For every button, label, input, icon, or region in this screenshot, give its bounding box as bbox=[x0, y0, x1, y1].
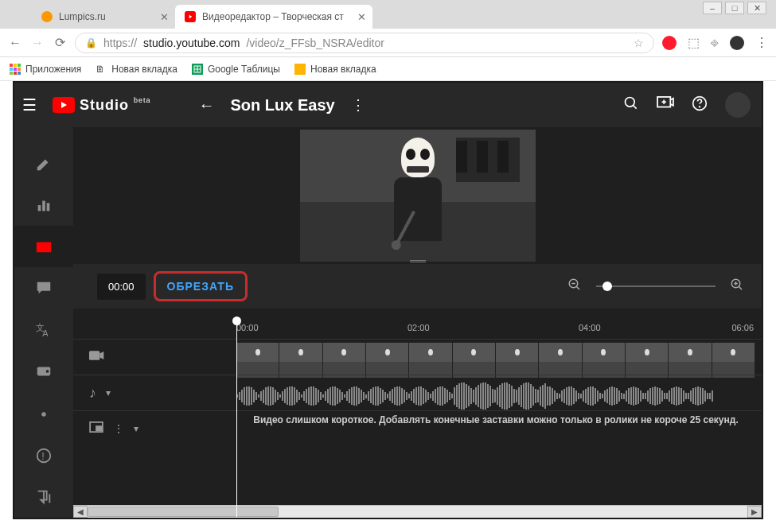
bookmark-label: Новая вкладка bbox=[111, 64, 177, 75]
zoom-in-icon[interactable] bbox=[730, 278, 744, 295]
video-frame[interactable] bbox=[300, 130, 536, 262]
lock-icon: 🔒 bbox=[85, 37, 97, 49]
search-icon[interactable] bbox=[623, 95, 639, 115]
endscreen-icon bbox=[89, 421, 103, 436]
ruler-tick: 04:00 bbox=[579, 323, 601, 332]
create-icon[interactable] bbox=[657, 96, 674, 115]
url-host: studio.youtube.com bbox=[143, 37, 240, 49]
hamburger-icon[interactable]: ☰ bbox=[22, 95, 37, 115]
svg-point-21 bbox=[700, 106, 700, 107]
scroll-right-icon[interactable]: ▶ bbox=[747, 506, 762, 518]
time-ruler[interactable]: 00:00 02:00 04:00 06:06 bbox=[73, 309, 762, 339]
tab-label: Lumpics.ru bbox=[59, 11, 106, 22]
more-icon[interactable]: ⋮ bbox=[113, 422, 124, 435]
audio-waveform[interactable] bbox=[236, 379, 755, 414]
svg-rect-8 bbox=[14, 72, 17, 75]
svg-point-28 bbox=[46, 370, 49, 373]
close-icon[interactable]: ✕ bbox=[357, 11, 366, 23]
music-icon: ♪ bbox=[89, 385, 96, 402]
playhead[interactable] bbox=[236, 316, 237, 518]
tab-youtube-studio[interactable]: Видеоредактор – Творческая ст ✕ bbox=[175, 5, 372, 29]
zoom-thumb[interactable] bbox=[602, 282, 612, 291]
ext-icon[interactable]: ⎆ bbox=[711, 36, 719, 50]
back-button[interactable]: ← bbox=[8, 36, 22, 50]
chevron-down-icon[interactable]: ▾ bbox=[134, 423, 138, 434]
bookmark-item[interactable]: Google Таблицы bbox=[192, 64, 280, 75]
bookmark-label: Google Таблицы bbox=[208, 64, 280, 75]
ruler-tick: 00:00 bbox=[236, 323, 259, 332]
svg-rect-7 bbox=[10, 72, 13, 75]
trim-button[interactable]: ОБРЕЗАТЬ bbox=[154, 271, 248, 301]
svg-line-36 bbox=[739, 286, 742, 289]
profile-avatar[interactable] bbox=[730, 36, 744, 50]
back-button[interactable]: ← bbox=[199, 96, 215, 115]
svg-text:!: ! bbox=[41, 450, 45, 462]
horizontal-scrollbar[interactable]: ◀ ▶ bbox=[73, 505, 762, 518]
opera-ext-icon[interactable] bbox=[662, 36, 677, 50]
window-maximize[interactable]: □ bbox=[725, 2, 744, 14]
svg-rect-24 bbox=[47, 203, 50, 211]
menu-icon[interactable]: ⋮ bbox=[755, 35, 768, 50]
page-title: Son Lux Easy bbox=[231, 96, 335, 115]
sidebar-item-alerts[interactable]: ! bbox=[14, 435, 73, 476]
tab-lumpics[interactable]: Lumpics.ru ✕ bbox=[32, 5, 175, 29]
sidebar-item-translate[interactable]: 文A bbox=[14, 309, 73, 350]
sidebar-item-settings[interactable] bbox=[14, 394, 73, 435]
youtube-studio-app: ☰ Studio beta ← Son Lux Easy ⋮ bbox=[13, 81, 763, 519]
sidebar-item-analytics[interactable] bbox=[14, 184, 73, 226]
forward-button[interactable]: → bbox=[30, 36, 45, 50]
svg-rect-39 bbox=[89, 351, 99, 360]
svg-point-15 bbox=[626, 97, 635, 107]
address-bar[interactable]: 🔒 https:// studio.youtube.com /video/z_F… bbox=[75, 33, 654, 53]
svg-text:A: A bbox=[42, 328, 49, 338]
brand-suffix: beta bbox=[134, 96, 151, 104]
chevron-down-icon[interactable]: ▾ bbox=[106, 387, 111, 398]
sidebar-item-editor[interactable] bbox=[14, 226, 73, 267]
sidebar-item-monetize[interactable] bbox=[14, 350, 73, 391]
bookmark-item[interactable]: 🗎 Новая вкладка bbox=[96, 64, 177, 75]
svg-rect-5 bbox=[14, 68, 17, 71]
camera-icon bbox=[89, 349, 105, 365]
scroll-left-icon[interactable]: ◀ bbox=[73, 506, 88, 518]
ext-icon bbox=[294, 64, 306, 75]
svg-rect-41 bbox=[96, 426, 101, 430]
endscreen-warning: Видео слишком короткое. Добавлять конечн… bbox=[236, 414, 755, 425]
more-icon[interactable]: ⋮ bbox=[351, 96, 365, 114]
ext-icon[interactable]: ⬚ bbox=[688, 35, 700, 50]
time-input[interactable]: 00:00 bbox=[97, 274, 146, 300]
resize-handle-icon[interactable] bbox=[410, 260, 426, 262]
apps-icon bbox=[10, 64, 21, 75]
video-clip[interactable] bbox=[236, 343, 755, 378]
zoom-out-icon[interactable] bbox=[567, 278, 582, 295]
ruler-tick: 06:06 bbox=[731, 323, 754, 332]
close-icon[interactable]: ✕ bbox=[160, 11, 169, 23]
url-path: /video/z_FFsb_NSRA/editor bbox=[246, 37, 384, 49]
reload-button[interactable]: ⟳ bbox=[53, 35, 67, 50]
svg-rect-4 bbox=[10, 68, 13, 71]
window-minimize[interactable]: – bbox=[703, 2, 722, 14]
svg-rect-2 bbox=[14, 64, 17, 67]
svg-rect-3 bbox=[18, 64, 21, 67]
svg-rect-23 bbox=[42, 201, 45, 212]
tab-label: Видеоредактор – Творческая ст bbox=[202, 11, 344, 22]
app-header: ☰ Studio beta ← Son Lux Easy ⋮ bbox=[14, 83, 762, 127]
sidebar-item-pencil[interactable] bbox=[14, 143, 73, 184]
window-close[interactable]: ✕ bbox=[747, 2, 766, 14]
star-icon[interactable]: ☆ bbox=[634, 37, 644, 49]
brand-label: Studio bbox=[80, 97, 129, 114]
bookmark-item[interactable]: Новая вкладка bbox=[294, 64, 376, 75]
apps-button[interactable]: Приложения bbox=[10, 64, 81, 75]
endscreen-track: ⋮ ▾ Видео слишком короткое. Добавлять ко… bbox=[73, 410, 762, 446]
scrollbar-thumb[interactable] bbox=[88, 507, 279, 517]
browser-urlbar: ← → ⟳ 🔒 https:// studio.youtube.com /vid… bbox=[0, 29, 776, 57]
editor-controls: 00:00 ОБРЕЗАТЬ bbox=[73, 264, 762, 309]
zoom-slider[interactable] bbox=[596, 285, 716, 287]
bookmark-label: Новая вкладка bbox=[310, 64, 376, 75]
sidebar-item-comments[interactable] bbox=[14, 267, 73, 309]
studio-logo[interactable]: Studio beta bbox=[53, 97, 151, 114]
user-avatar[interactable] bbox=[725, 92, 751, 118]
help-icon[interactable] bbox=[692, 95, 708, 115]
sidebar-item-feedback[interactable] bbox=[14, 476, 73, 518]
svg-rect-6 bbox=[18, 68, 21, 71]
video-preview bbox=[73, 127, 762, 264]
